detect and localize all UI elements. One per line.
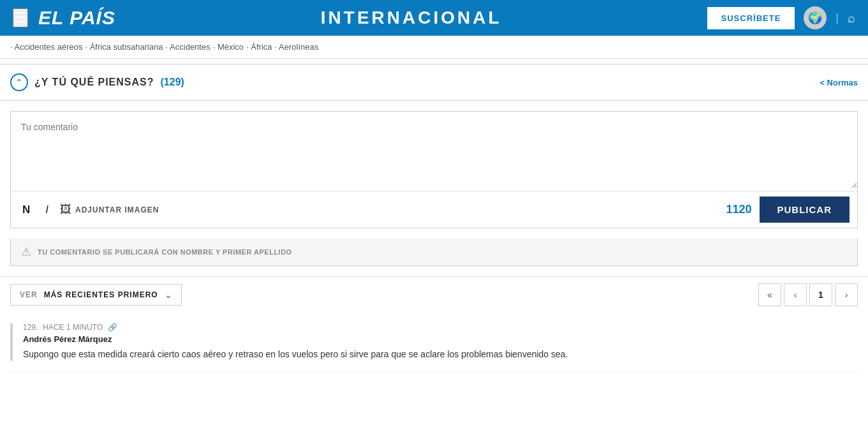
- tag-link-mexico[interactable]: · México: [213, 42, 244, 52]
- comments-header: ⌃ ¿Y TÚ QUÉ PIENSAS? (129) < Normas: [0, 64, 868, 101]
- comment-text: Supongo que esta medida creará cierto ca…: [23, 348, 858, 361]
- avatar[interactable]: 🌍: [804, 6, 827, 29]
- section-title: INTERNACIONAL: [321, 8, 502, 27]
- chevron-down-icon: ⌄: [165, 290, 172, 300]
- info-text: TU COMENTARIO SE PUBLICARÁ CON NOMBRE Y …: [38, 248, 292, 256]
- comment-box-wrapper: N I 🖼 ADJUNTAR IMAGEN 1120 PUBLICAR: [10, 111, 858, 228]
- header-right: SUSCRÍBETE 🌍 | ⌕: [707, 6, 855, 29]
- header-center: INTERNACIONAL: [115, 8, 707, 28]
- pagination: « ‹ 1 ›: [758, 283, 858, 306]
- comments-title-area: ⌃ ¿Y TÚ QUÉ PIENSAS? (129): [10, 73, 184, 91]
- next-page-button[interactable]: ›: [835, 283, 858, 306]
- sort-dropdown[interactable]: VER MÁS RECIENTES PRIMERO ⌄: [10, 284, 182, 306]
- header-separator: |: [835, 11, 839, 25]
- comments-title: ¿Y TÚ QUÉ PIENSAS?: [34, 77, 154, 88]
- tag-link-africa[interactable]: · África: [246, 42, 272, 52]
- collapse-comments-button[interactable]: ⌃: [10, 73, 28, 91]
- site-logo: EL PAÍS: [38, 7, 115, 29]
- normas-link[interactable]: < Normas: [820, 78, 858, 87]
- hamburger-menu-button[interactable]: ☰: [13, 8, 28, 27]
- info-icon: ⚠: [21, 245, 31, 259]
- attach-image-area[interactable]: 🖼 ADJUNTAR IMAGEN: [60, 203, 159, 216]
- comments-count: (129): [161, 77, 184, 88]
- comment-time: HACE 1 MINUTO: [43, 323, 103, 332]
- tag-link-aerolineas[interactable]: · Aerolíneas: [275, 42, 319, 52]
- comment-content: 129. HACE 1 MINUTO 🔗 Andrés Pérez Márque…: [23, 323, 858, 361]
- site-header: ☰ EL PAÍS INTERNACIONAL SUSCRÍBETE 🌍 | ⌕: [0, 0, 868, 36]
- chevron-up-icon: ⌃: [15, 77, 23, 87]
- comment-meta: 129. HACE 1 MINUTO 🔗: [23, 323, 858, 332]
- sort-value: MÁS RECIENTES PRIMERO: [44, 290, 158, 299]
- comments-list: 129. HACE 1 MINUTO 🔗 Andrés Pérez Márque…: [0, 313, 868, 372]
- prev-page-button[interactable]: ‹: [784, 283, 807, 306]
- header-left: ☰ EL PAÍS: [13, 7, 115, 29]
- tags-bar: · Accidentes aéreos · África subsaharian…: [0, 36, 868, 59]
- tag-link-accidentes[interactable]: · Accidentes: [166, 42, 210, 52]
- comment-textarea[interactable]: [11, 112, 857, 188]
- subscribe-button[interactable]: SUSCRÍBETE: [707, 7, 795, 29]
- info-bar: ⚠ TU COMENTARIO SE PUBLICARÁ CON NOMBRE …: [10, 239, 858, 266]
- comment-author: Andrés Pérez Márquez: [23, 334, 858, 344]
- table-row: 129. HACE 1 MINUTO 🔗 Andrés Pérez Márque…: [10, 313, 858, 372]
- italic-button[interactable]: I: [41, 202, 52, 218]
- image-icon: 🖼: [60, 203, 71, 216]
- toolbar-right: 1120 PUBLICAR: [726, 197, 850, 223]
- tag-link-accidentes-aereos[interactable]: · Accidentes aéreos: [10, 42, 82, 52]
- search-icon: ⌕: [848, 11, 855, 25]
- publish-button[interactable]: PUBLICAR: [760, 197, 850, 223]
- comment-bar: [10, 323, 13, 361]
- search-button[interactable]: ⌕: [848, 11, 855, 26]
- char-count: 1120: [726, 203, 751, 216]
- sort-ver-label: VER: [20, 290, 38, 299]
- first-page-button[interactable]: «: [758, 283, 781, 306]
- link-icon[interactable]: 🔗: [108, 323, 117, 332]
- tag-link-africa-subsahariana[interactable]: · África subsahariana: [85, 42, 163, 52]
- bold-button[interactable]: N: [18, 202, 34, 218]
- comment-number: 129.: [23, 323, 38, 332]
- attach-label: ADJUNTAR IMAGEN: [75, 205, 159, 214]
- toolbar-left: N I 🖼 ADJUNTAR IMAGEN: [18, 202, 159, 218]
- sort-bar: VER MÁS RECIENTES PRIMERO ⌄ « ‹ 1 ›: [0, 276, 868, 313]
- comment-toolbar: N I 🖼 ADJUNTAR IMAGEN 1120 PUBLICAR: [11, 191, 857, 228]
- current-page-button[interactable]: 1: [809, 283, 832, 306]
